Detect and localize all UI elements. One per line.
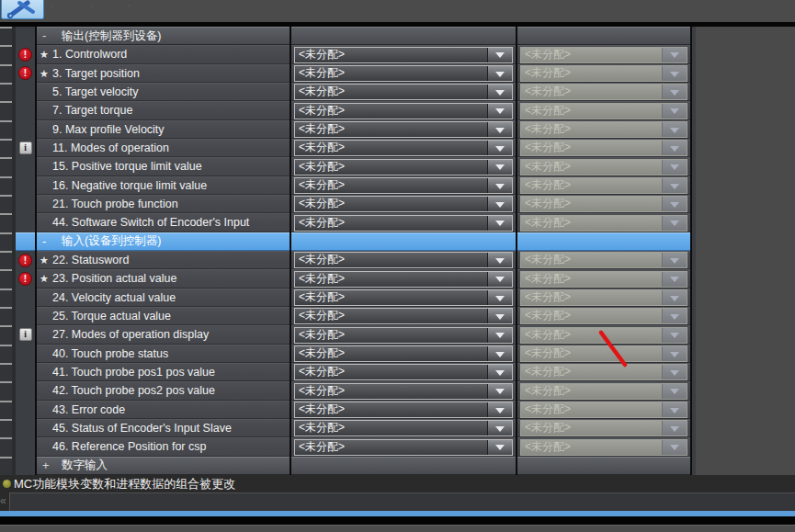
entry-name-cell[interactable]: 40. Touch probe status [37,345,290,363]
chevron-down-icon[interactable] [487,402,512,417]
io-entry-row[interactable]: 16. Negative torque limit value<未分配><未分配… [0,176,696,195]
pdo-variable-select[interactable]: <未分配> [294,308,513,324]
chevron-down-icon[interactable] [487,365,512,379]
io-entry-row[interactable]: i11. Modes of operation<未分配><未分配> [0,139,696,157]
io-entry-row[interactable]: 46. Reference Position for csp<未分配><未分配> [0,437,696,456]
pdo-variable-select[interactable]: <未分配> [294,383,513,400]
io-group-row[interactable]: -输出(控制器到设备) [0,27,696,45]
entry-name-cell[interactable]: 45. Status of Encoder's Input Slave [37,419,290,437]
entry-name-cell[interactable]: ★1. Controlword [37,45,290,63]
pdo-variable-select[interactable]: <未分配> [294,271,513,288]
select-value: <未分配> [521,141,662,155]
chevron-down-icon[interactable] [487,216,512,231]
entry-name-cell[interactable]: 7. Target torque [37,101,290,119]
io-entry-row[interactable]: !★23. Position actual value<未分配><未分配> [0,269,696,288]
entry-name-cell[interactable]: +数字输入 [37,457,290,475]
variable-cell-2: <未分配> [517,45,690,63]
variable-cell: <未分配> [291,64,516,83]
io-entry-row[interactable]: 25. Torque actual value<未分配><未分配> [0,307,696,325]
io-entry-row[interactable]: !★3. Target position<未分配><未分配> [0,64,696,83]
pdo-variable-select[interactable]: <未分配> [294,345,513,362]
chevron-down-icon[interactable] [487,309,512,323]
pdo-variable-select[interactable]: <未分配> [294,439,513,456]
expand-toggle-icon[interactable]: + [37,457,55,475]
pdo-variable-select[interactable]: <未分配> [294,65,513,82]
io-entry-row[interactable]: 41. Touch probe pos1 pos value<未分配><未分配> [0,363,696,381]
io-entry-row[interactable]: i27. Modes of operation display<未分配><未分配… [0,325,696,344]
pdo-variable-select[interactable]: <未分配> [294,215,513,232]
pdo-variable-select[interactable]: <未分配> [294,289,513,306]
io-entry-row[interactable]: 7. Target torque<未分配><未分配> [0,101,696,119]
io-group-row[interactable]: -输入(设备到控制器) [0,232,696,251]
io-entry-row[interactable]: 15. Positive torque limit value<未分配><未分配… [0,157,696,175]
select-value: <未分配> [521,384,662,399]
pdo-variable-select[interactable]: <未分配> [294,159,513,175]
entry-name-cell[interactable]: 43. Error code [37,401,290,419]
chevron-down-icon[interactable] [487,48,512,62]
chevron-down-icon[interactable] [487,66,512,81]
pdo-variable-select[interactable]: <未分配> [294,327,513,344]
pdo-variable-select[interactable]: <未分配> [294,402,513,418]
pdo-variable-select[interactable]: <未分配> [294,103,513,119]
pdo-variable-select[interactable]: <未分配> [294,196,513,212]
entry-name-cell[interactable]: 46. Reference Position for csp [37,437,290,456]
collapse-chevron-icon[interactable]: « [0,492,6,509]
chevron-down-icon[interactable] [487,440,512,455]
entry-name-cell[interactable]: -输入(设备到控制器) [37,232,290,251]
io-entry-row[interactable]: 45. Status of Encoder's Input Slave<未分配>… [0,419,696,437]
chevron-down-icon[interactable] [487,122,512,137]
entry-name-cell[interactable]: 15. Positive torque limit value [37,157,290,175]
io-entry-row[interactable]: 5. Target velocity<未分配><未分配> [0,83,696,101]
entry-name-cell[interactable]: 41. Touch probe pos1 pos value [37,363,290,381]
chevron-down-icon[interactable] [487,85,512,99]
chevron-down-icon[interactable] [487,328,512,343]
pdo-variable-select[interactable]: <未分配> [294,420,513,436]
pdo-variable-select[interactable]: <未分配> [294,252,513,268]
chevron-down-icon[interactable] [487,178,512,193]
chevron-down-icon[interactable] [487,290,512,305]
entry-name-cell[interactable]: 9. Max profile Velocity [37,120,290,139]
entry-name-cell[interactable]: 24. Velocity actual value [37,289,290,307]
error-icon: ! [18,254,32,267]
entry-name-cell[interactable]: 5. Target velocity [37,83,290,101]
entry-name-cell[interactable]: 11. Modes of operation [37,139,290,157]
chevron-down-icon[interactable] [487,421,512,436]
chevron-down-icon[interactable] [487,253,512,267]
io-entry-row[interactable]: 21. Touch probe function<未分配><未分配> [0,195,696,213]
entry-name-cell[interactable]: 16. Negative torque limit value [37,176,290,195]
chevron-down-icon[interactable] [487,197,512,211]
pdo-variable-select[interactable]: <未分配> [294,84,513,100]
entry-name-cell[interactable]: -输出(控制器到设备) [37,27,290,45]
io-entry-row[interactable]: 44. Software Switch of Encoder's Input<未… [0,213,696,232]
expand-toggle-icon[interactable]: - [37,27,55,45]
io-entry-row[interactable]: 40. Touch probe status<未分配><未分配> [0,345,696,363]
io-entry-row[interactable]: 24. Velocity actual value<未分配><未分配> [0,289,696,307]
entry-name-cell[interactable]: ★22. Statusword [37,251,290,269]
chevron-down-icon[interactable] [487,272,512,287]
io-group-row[interactable]: +数字输入 [0,457,696,475]
pdo-variable-select[interactable]: <未分配> [294,177,513,194]
chevron-down-icon[interactable] [487,104,512,119]
io-entry-row[interactable]: 43. Error code<未分配><未分配> [0,401,696,419]
pdo-variable-select[interactable]: <未分配> [294,47,513,63]
entry-name-cell[interactable]: 44. Software Switch of Encoder's Input [37,213,290,232]
io-entry-row[interactable]: 42. Touch probe pos2 pos value<未分配><未分配> [0,381,696,400]
io-entry-row[interactable]: 9. Max profile Velocity<未分配><未分配> [0,120,696,139]
pdo-variable-select[interactable]: <未分配> [294,364,513,380]
chevron-down-icon[interactable] [487,160,512,175]
entry-name-cell[interactable]: 42. Touch probe pos2 pos value [37,381,290,400]
io-entry-row[interactable]: !★22. Statusword<未分配><未分配> [0,251,696,269]
expand-toggle-icon[interactable]: - [37,232,55,251]
chevron-down-icon[interactable] [487,384,512,399]
entry-name-cell[interactable]: 21. Touch probe function [37,195,290,213]
chevron-down-icon[interactable] [487,346,512,361]
entry-name-cell[interactable]: 25. Torque actual value [37,307,290,325]
pdo-variable-select[interactable]: <未分配> [294,140,513,156]
entry-name-cell[interactable]: ★23. Position actual value [37,269,290,288]
configuration-tool-button[interactable] [1,0,44,19]
pdo-variable-select[interactable]: <未分配> [294,121,513,138]
io-entry-row[interactable]: !★1. Controlword<未分配><未分配> [0,45,696,63]
chevron-down-icon[interactable] [487,141,512,155]
entry-name-cell[interactable]: 27. Modes of operation display [37,325,290,344]
entry-name-cell[interactable]: ★3. Target position [37,64,290,83]
